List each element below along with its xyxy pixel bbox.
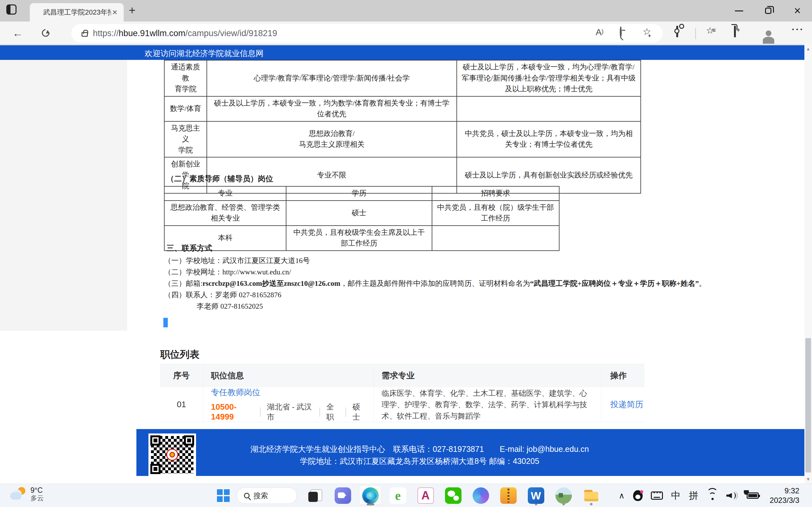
apply-link[interactable]: 投递简历 <box>610 399 643 410</box>
folder-icon <box>583 487 600 504</box>
column-header: 职位信息 <box>203 364 374 387</box>
screen: 武昌理工学院2023年招聘简章 × + × ← https://hbue.91w… <box>0 0 812 507</box>
requirement-cell <box>457 96 641 121</box>
app-swirl-button[interactable] <box>467 484 495 507</box>
qr-code <box>148 434 196 476</box>
job-title-link[interactable]: 专任教师岗位 <box>211 387 366 398</box>
chat-icon <box>335 487 351 504</box>
table-row: 马克思主义 学院 思想政治教育/ 马克思主义原理相关 中共党员，硕士及以上学历，… <box>164 121 641 158</box>
volume-icon[interactable] <box>726 491 739 500</box>
column-header: 操作 <box>601 364 645 387</box>
meta-separator: │ <box>344 407 349 416</box>
job-table: 序号 职位信息 需求专业 操作 01 专任教师岗位 10500-14999 │ … <box>160 364 645 422</box>
word-button[interactable]: W <box>522 484 550 507</box>
job-location: 湖北省 - 武汉市 <box>267 402 314 422</box>
job-info-cell: 专任教师岗位 10500-14999 │ 湖北省 - 武汉市 │ 全职 │ 硕士 <box>203 387 374 422</box>
refresh-button[interactable] <box>39 26 53 40</box>
job-meta: 10500-14999 │ 湖北省 - 武汉市 │ 全职 │ 硕士 <box>211 402 366 422</box>
weather-temp: 9°C <box>31 486 44 494</box>
weather-widget[interactable]: 9°C 多云 <box>9 486 44 502</box>
address-bar[interactable]: https://hbue.91wllm.com/campus/view/id/9… <box>71 24 663 43</box>
collections-icon[interactable] <box>734 26 736 37</box>
file-explorer-button[interactable] <box>577 484 605 507</box>
access-icon: A <box>417 487 434 504</box>
table-row: 思想政治教育、经管类、管理学类相关专业 硕士 中共党员，且有校（院）级学生干部工… <box>164 201 559 226</box>
meta-separator: │ <box>318 407 322 416</box>
lock-icon <box>82 32 88 37</box>
taskbar-clock[interactable]: 9:32 2023/3/3 <box>770 486 799 505</box>
back-button[interactable]: ← <box>11 26 25 40</box>
workspaces-icon[interactable] <box>6 4 19 17</box>
photos-button[interactable] <box>550 484 577 507</box>
url-text: https://hbue.91wllm.com/campus/view/id/9… <box>93 29 277 38</box>
section2-title: （二）素质导师（辅导员）岗位 <box>166 174 273 184</box>
ime-chinese-indicator[interactable]: 中 <box>671 489 681 502</box>
qq-tray-icon[interactable] <box>633 490 643 501</box>
tab-close-icon[interactable]: × <box>111 8 119 17</box>
browser-tab-strip: 武昌理工学院2023年招聘简章 × + × <box>0 0 812 21</box>
meta-separator: │ <box>258 407 263 416</box>
zip-tool-button[interactable] <box>495 484 522 507</box>
tray-chevron-icon[interactable]: ∧ <box>619 491 625 501</box>
page-scrollbar[interactable]: ▲ ▼ <box>804 44 812 484</box>
start-button[interactable] <box>217 489 230 502</box>
battery-icon[interactable] <box>747 493 759 499</box>
major-cell: 思想政治教育/ 马克思主义原理相关 <box>207 121 457 158</box>
word-icon: W <box>528 487 544 504</box>
task-view-button[interactable] <box>301 484 329 507</box>
column-header: 专业 <box>164 186 286 201</box>
contact-person-1: （四）联系人：罗老师 027-81652876 <box>164 289 706 301</box>
browser-360-button[interactable]: e <box>384 484 412 507</box>
cell: 中共党员，且有校（院）级学生干部工作经历 <box>432 201 559 226</box>
major-cell: 心理学/教育学/军事理论/管理学/新闻传播/社会学 <box>207 60 457 96</box>
photos-icon <box>555 487 572 504</box>
tab-title: 武昌理工学院2023年招聘简章 <box>43 8 111 17</box>
wifi-icon[interactable] <box>707 491 718 500</box>
scroll-up-icon[interactable]: ▲ <box>804 44 812 53</box>
access-button[interactable]: A <box>412 484 439 507</box>
welcome-banner-text: 欢迎访问湖北经济学院就业信息网 <box>145 48 264 59</box>
add-favorite-icon[interactable]: ☆ <box>643 26 654 37</box>
close-button[interactable]: × <box>783 0 812 21</box>
chat-button[interactable] <box>329 484 357 507</box>
page-left-margin <box>0 60 127 331</box>
search-icon <box>244 493 250 498</box>
toolbar-divider <box>695 28 696 39</box>
wechat-button[interactable] <box>439 484 467 507</box>
extensions-icon[interactable] <box>676 26 678 37</box>
browser-toolbar: ← https://hbue.91wllm.com/campus/view/id… <box>0 21 812 45</box>
table-row: 通适素质教 育学院 心理学/教育学/军事理论/管理学/新闻传播/社会学 硕士及以… <box>164 60 641 96</box>
minimize-button[interactable] <box>724 0 754 21</box>
ime-pinyin-indicator[interactable]: 拼 <box>689 489 699 502</box>
welcome-banner: 欢迎访问湖北经济学院就业信息网 <box>0 45 804 60</box>
edge-button[interactable] <box>357 484 384 507</box>
contact-title: 三、联系方式 <box>166 242 706 254</box>
favorites-icon[interactable]: ☆ <box>706 25 718 36</box>
settings-menu-icon[interactable]: ··· <box>792 24 804 35</box>
scrollbar-thumb[interactable] <box>805 338 811 472</box>
action-cell: 投递简历 <box>601 387 645 422</box>
clock-time: 9:32 <box>770 486 799 496</box>
taskbar-search[interactable]: 搜索 <box>237 487 297 504</box>
table-row: 数学/体育 硕士及以上学历，本硕专业一致，均为数学/体育教育相关专业；有博士学位… <box>164 96 641 121</box>
column-header: 招聘要求 <box>432 186 559 201</box>
touch-keyboard-icon[interactable] <box>651 492 663 500</box>
scroll-down-icon[interactable]: ▼ <box>804 475 812 484</box>
contact-address: （一）学校地址：武汉市江夏区江夏大道16号 <box>164 255 706 267</box>
restore-button[interactable] <box>754 0 783 21</box>
site-footer: 湖北经济学院大学生就业创业指导中心 联系电话：027-81973871 E-ma… <box>136 429 804 476</box>
college-cell: 通适素质教 育学院 <box>164 60 207 96</box>
salary-range: 10500-14999 <box>211 402 255 422</box>
browser-tab[interactable]: 武昌理工学院2023年招聘简章 × <box>30 3 124 21</box>
task-view-icon <box>307 487 323 504</box>
qr-center-logo <box>166 449 178 461</box>
weather-icon <box>9 486 27 502</box>
new-tab-button[interactable]: + <box>129 4 136 17</box>
job-row: 01 专任教师岗位 10500-14999 │ 湖北省 - 武汉市 │ 全职 │… <box>160 387 645 422</box>
zoom-out-icon[interactable] <box>620 27 622 38</box>
read-aloud-icon[interactable]: A) <box>596 27 604 38</box>
contact-email: （三）邮箱:rscrcbzp@163.com抄送至znszc10@126.com… <box>164 278 706 289</box>
footer-text: 湖北经济学院大学生就业创业指导中心 联系电话：027-81973871 E-ma… <box>198 429 642 476</box>
column-header: 需求专业 <box>374 364 601 387</box>
footer-line-1: 湖北经济学院大学生就业创业指导中心 联系电话：027-81973871 E-ma… <box>198 443 642 455</box>
